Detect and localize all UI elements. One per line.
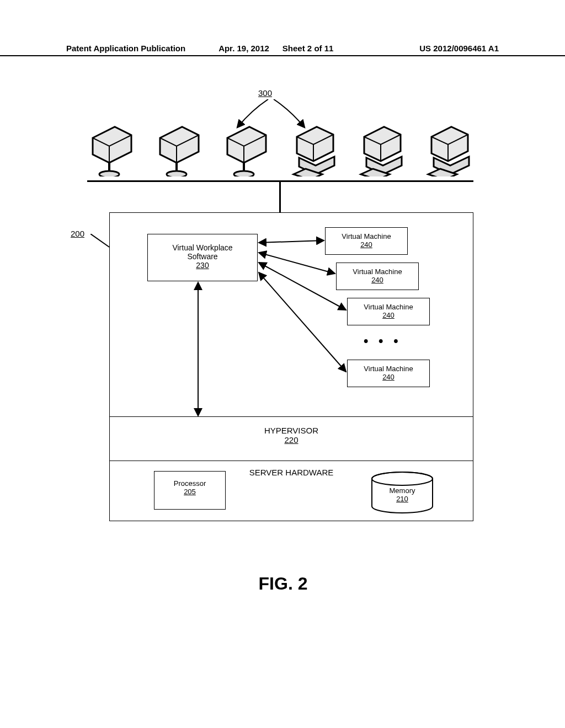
- software-vm-layer: Virtual Workplace Software 230 Virtual M…: [110, 213, 473, 417]
- svg-point-5: [234, 171, 254, 176]
- software-line2: Software: [187, 252, 217, 261]
- vm-label: Virtual Machine: [364, 365, 413, 373]
- vm-num: 240: [382, 373, 395, 381]
- ellipsis-icon: • • •: [364, 333, 402, 349]
- header-sheet: Sheet 2 of 11: [282, 44, 334, 53]
- lead-line-200: [90, 234, 110, 248]
- svg-line-10: [259, 272, 346, 372]
- hypervisor-num: 220: [284, 435, 298, 445]
- svg-line-6: [90, 234, 109, 247]
- svg-point-1: [99, 171, 119, 176]
- server-box: Virtual Workplace Software 230 Virtual M…: [109, 212, 473, 521]
- virtual-machine-box: Virtual Machine 240: [336, 263, 419, 290]
- memory-cylinder: Memory 210: [369, 471, 435, 515]
- memory-num: 210: [396, 495, 408, 503]
- svg-point-3: [167, 171, 186, 176]
- computer-icon: [356, 121, 406, 176]
- thin-client-icon: [222, 121, 271, 176]
- virtual-machine-box: Virtual Machine 240: [347, 360, 430, 387]
- vm-label: Virtual Machine: [364, 303, 413, 311]
- software-line1: Virtual Workplace: [172, 243, 232, 252]
- thin-client-icon: [87, 121, 137, 176]
- header-docnum: US 2012/0096461 A1: [333, 44, 499, 53]
- clients-group: [87, 116, 473, 182]
- diagram-canvas: 300: [71, 83, 495, 629]
- computer-icon: [424, 121, 473, 176]
- virtual-machine-box: Virtual Machine 240: [347, 298, 430, 325]
- vm-num: 240: [382, 311, 395, 319]
- ref-200-label: 200: [71, 229, 84, 238]
- virtual-workplace-software-box: Virtual Workplace Software 230: [147, 234, 258, 281]
- computer-icon: [289, 121, 339, 176]
- svg-line-7: [259, 240, 324, 243]
- svg-line-9: [259, 263, 346, 310]
- vm-label: Virtual Machine: [353, 267, 402, 276]
- vm-num: 240: [371, 276, 383, 284]
- svg-line-8: [259, 253, 335, 274]
- network-stem-line: [279, 182, 281, 212]
- processor-label: Processor: [174, 479, 206, 488]
- processor-box: Processor 205: [154, 471, 226, 510]
- virtual-machine-box: Virtual Machine 240: [325, 227, 408, 255]
- processor-num: 205: [184, 488, 196, 496]
- thin-client-icon: [154, 121, 204, 176]
- page-header: Patent Application Publication Apr. 19, …: [0, 40, 565, 56]
- figure-caption: FIG. 2: [71, 574, 495, 594]
- software-num: 230: [196, 261, 209, 270]
- vm-num: 240: [360, 240, 372, 249]
- memory-label: Memory: [390, 486, 415, 495]
- header-date: Apr. 19, 2012: [218, 44, 269, 53]
- vm-label: Virtual Machine: [342, 232, 391, 240]
- hypervisor-layer: HYPERVISOR 220: [110, 417, 473, 461]
- header-publication: Patent Application Publication: [66, 44, 185, 53]
- server-hardware-layer: SERVER HARDWARE Processor 205 Memory 210: [110, 461, 473, 522]
- ref-300-label: 300: [258, 88, 272, 98]
- hypervisor-label: HYPERVISOR: [264, 426, 318, 435]
